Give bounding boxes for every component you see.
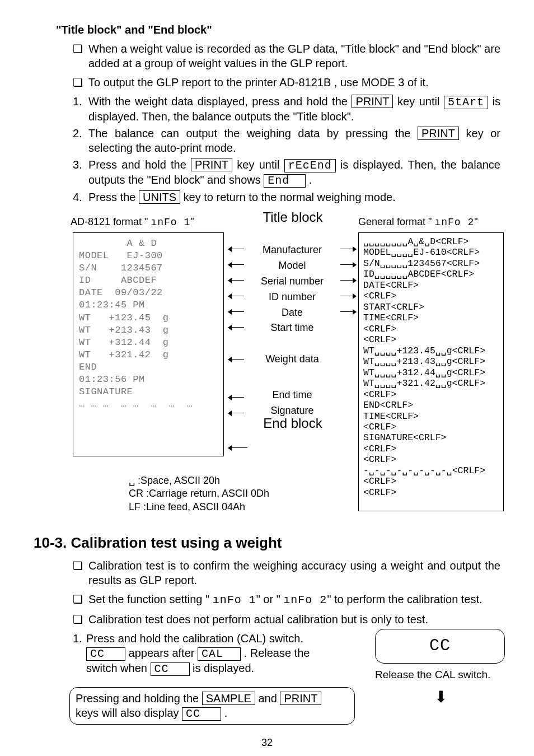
cal-step1-line1: Press and hold the calibration (CAL) swi… — [86, 632, 303, 645]
cal-step1-line2-mid: appears after — [129, 647, 198, 659]
left-line: 01:23:45 PM — [79, 299, 218, 311]
right-line: WT␣␣␣␣+321.42␣␣g<CRLF> — [363, 378, 499, 389]
print-key: PRINT — [280, 692, 321, 705]
left-line: WT +213.43 g — [79, 324, 218, 337]
cal-bullet-2-pre: Set the function setting " — [88, 593, 213, 605]
arrow-right-icon — [340, 249, 356, 249]
page-number: 32 — [0, 736, 534, 749]
right-line: <CRLF> — [363, 291, 499, 301]
right-line: TIME<CRLF> — [363, 312, 499, 323]
display-info1: ınFo 1 — [213, 594, 256, 606]
right-line: <CRLF> — [363, 334, 499, 345]
left-line: A & D — [79, 237, 218, 250]
display-recend: rEcEnd — [284, 159, 336, 172]
right-line: ID␣␣␣␣␣␣ABCDEF<CRLF> — [363, 269, 499, 279]
step-4: 4. Press the UNITS key to return to the … — [73, 190, 500, 204]
step-1-text-b: key until — [397, 95, 444, 108]
left-line: WT +321.42 g — [79, 349, 218, 361]
general-format-box: ␣␣␣␣␣␣␣␣A␣&␣D<CRLF> MODEL␣␣␣␣EJ-610<CRLF… — [358, 232, 504, 511]
print-key: PRINT — [352, 95, 393, 108]
arrow-right-icon — [340, 311, 356, 312]
title-block-label: Title block — [250, 210, 336, 224]
cal-bullet-2-mid: " or " — [256, 593, 284, 605]
arrow-left-icon — [228, 327, 244, 328]
general-label-seg: ınFo 2 — [434, 217, 474, 228]
cal-step1-line3-pre: switch when — [86, 662, 151, 674]
units-key: UNITS — [139, 190, 180, 204]
footnote-lf: LF :Line feed, ASCII 04Ah — [129, 501, 269, 514]
mid-item: Start time — [247, 320, 337, 336]
ad8121-format-box: A & D MODEL EJ-300 S/N 1234567 ID ABCDEF… — [73, 232, 224, 456]
mid-item: Serial number — [247, 274, 337, 290]
right-line: SIGNATURE<CRLF> — [363, 432, 499, 443]
right-line: MODEL␣␣␣␣EJ-610<CRLF> — [363, 247, 499, 258]
right-line: <CRLF> — [363, 324, 499, 334]
step-2: 2. The balance can output the weighing d… — [73, 126, 500, 155]
print-key: PRINT — [191, 158, 232, 171]
mid-column: Manufacturer Model Serial number ID numb… — [247, 242, 337, 419]
panel-caption: Release the CAL switch. — [375, 668, 507, 682]
display-end: End — [264, 174, 306, 188]
left-line: ID ABCDEF — [79, 274, 218, 287]
right-line: <CRLF> — [363, 422, 499, 432]
mid-item: Signature — [247, 403, 337, 419]
print-key: PRINT — [418, 127, 459, 140]
left-line: … … … … … … … … — [79, 398, 218, 410]
arrow-left-icon — [228, 359, 244, 360]
ascii-footnote: ␣ :Space, ASCII 20h CR :Carriage return,… — [129, 474, 269, 514]
display-cal: CAL — [198, 647, 241, 661]
ad8121-label-seg: ınFo 1 — [151, 217, 190, 228]
ad8121-label-b: " — [190, 216, 194, 227]
step-3-text-d: . — [309, 174, 312, 186]
display-cc: CC — [151, 662, 190, 676]
display-cc: CC — [182, 707, 221, 721]
down-arrow-icon: ⬇ — [434, 687, 447, 707]
right-line: ␣␣␣␣␣␣␣␣A␣&␣D<CRLF> — [363, 236, 499, 247]
mid-item: End time — [247, 388, 337, 403]
cal-bullet-1: Calibration test is to confirm the weigh… — [73, 558, 500, 587]
right-line: END<CRLF> — [363, 400, 499, 410]
footnote-space: ␣ :Space, ASCII 20h — [129, 474, 269, 487]
mid-item: Model — [247, 258, 337, 274]
display-start: 5tArt — [444, 96, 488, 109]
arrow-right-icon — [340, 296, 356, 296]
cal-step1-line2-tail: . Release the — [244, 647, 310, 659]
right-line: START<CRLF> — [363, 302, 499, 312]
mid-item: ID number — [247, 290, 337, 305]
display-cc: CC — [86, 647, 125, 661]
bullet-2: To output the GLP report to the printer … — [73, 75, 500, 90]
bullet-1: When a weight value is recorded as the G… — [73, 41, 500, 71]
footnote-cr: CR :Carriage return, ASCII 0Dh — [129, 487, 269, 500]
arrow-left-icon — [228, 413, 244, 413]
left-line: 01:23:56 PM — [79, 374, 218, 386]
left-line: WT +123.45 g — [79, 312, 218, 324]
arrow-left-icon — [228, 249, 244, 249]
right-line: TIME<CRLF> — [363, 411, 499, 422]
step-1-text-a: With the weight data displayed, press an… — [88, 95, 352, 108]
arrow-left-icon — [228, 311, 244, 312]
right-line: WT␣␣␣␣+123.45␣␣g<CRLF> — [363, 346, 499, 356]
arrow-left-icon — [228, 280, 244, 281]
right-line: <CRLF> — [363, 444, 499, 454]
hint-text-mid: and — [258, 692, 280, 704]
hint-text-a: Pressing and holding the — [76, 692, 202, 704]
balance-panel: CC — [375, 629, 505, 664]
step-2-text-a: The balance can output the weighing data… — [88, 127, 418, 139]
step-1: 1. With the weight data displayed, press… — [73, 94, 500, 124]
arrow-left-icon — [228, 397, 244, 398]
step-4-text-b: key to return to the normal weighing mod… — [184, 191, 396, 203]
cal-step1-line3-tail: is displayed. — [193, 662, 254, 674]
arrow-left-icon — [228, 264, 244, 265]
cal-step-1: 1. Press and hold the calibration (CAL) … — [73, 631, 500, 725]
glp-diagram: AD-8121 format " ınFo 1" General format … — [73, 213, 504, 527]
cal-bullet-2: Set the function setting " ınFo 1" or " … — [73, 592, 500, 608]
hint-line2-tail: . — [224, 707, 228, 719]
hint-line2-pre: keys will also display — [76, 707, 182, 719]
arrow-left-icon — [228, 296, 244, 296]
right-line: <CRLF> — [363, 389, 499, 400]
left-line: S/N 1234567 — [79, 262, 218, 274]
sample-key: SAMPLE — [202, 692, 255, 705]
general-label-a: General format " — [358, 216, 434, 227]
right-line: <CRLF> — [363, 476, 499, 487]
step-3: 3. Press and hold the PRINT key until rE… — [73, 157, 500, 188]
